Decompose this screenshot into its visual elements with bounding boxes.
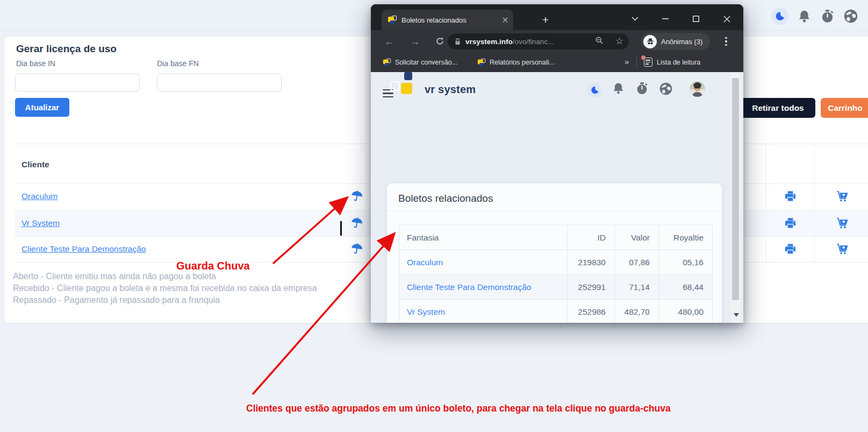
- print-icon[interactable]: [784, 243, 797, 256]
- incognito-label: Anônimas (3): [661, 38, 702, 46]
- boletos-card: Boletos relacionados Fantasia ID Valor R…: [387, 183, 722, 323]
- boletos-header-row: Fantasia ID Valor Royaltie: [399, 225, 713, 250]
- lock-icon: [454, 38, 461, 46]
- umbrella-icon[interactable]: [349, 189, 364, 203]
- tab-close-icon[interactable]: [503, 17, 508, 23]
- window-close-button[interactable]: [721, 13, 732, 24]
- bookmarks-bar: Solicitar conversão... Relatórios person…: [371, 53, 743, 72]
- brand-name: vr system: [425, 83, 476, 96]
- col-royaltie: Royaltie: [659, 225, 713, 250]
- client-link-vrsystem[interactable]: Vr System: [21, 218, 60, 228]
- window-chevron-icon[interactable]: [629, 13, 640, 24]
- license-section-title: Gerar licença de uso: [16, 43, 117, 55]
- col-id: ID: [568, 225, 615, 250]
- zoom-out-icon[interactable]: [595, 36, 604, 47]
- browser-menu-icon[interactable]: [722, 35, 730, 48]
- browser-titlebar: Boletos relacionados +: [371, 4, 743, 30]
- clients-column-header: Cliente: [21, 160, 49, 169]
- boletos-row[interactable]: Cliente Teste Para Demonstração 252991 7…: [399, 275, 713, 300]
- print-icon[interactable]: [784, 217, 797, 230]
- print-icon[interactable]: [784, 190, 797, 203]
- notifications-icon[interactable]: [797, 9, 812, 24]
- fantasia-link[interactable]: Oraculum: [399, 250, 568, 275]
- browser-toolbar: ← → vrsystem.info/ovo/financ... ☆ Anônim…: [371, 30, 743, 53]
- notifications-icon[interactable]: [612, 82, 625, 95]
- back-icon[interactable]: ←: [382, 34, 396, 48]
- address-bar[interactable]: vrsystem.info/ovo/financ... ☆: [448, 33, 629, 49]
- add-to-cart-icon[interactable]: [836, 243, 849, 256]
- col-fantasia: Fantasia: [399, 225, 568, 250]
- reading-list-icon[interactable]: [644, 58, 652, 67]
- dark-mode-toggle[interactable]: [587, 82, 602, 97]
- tab-title: Boletos relacionados: [401, 16, 503, 24]
- client-link-oraculum[interactable]: Oraculum: [21, 192, 58, 201]
- bookmark-star-icon[interactable]: ☆: [615, 37, 623, 46]
- legend-repassado: Repassado - Pagamento já repassado para …: [13, 295, 220, 305]
- retirar-todos-button[interactable]: Retirar todos: [741, 98, 815, 118]
- window-maximize-button[interactable]: [691, 13, 701, 24]
- browser-window: Boletos relacionados + ← → vrsystem.info…: [371, 4, 743, 323]
- carrinho-button[interactable]: Carrinho: [821, 98, 868, 118]
- atualizar-button[interactable]: Atualizar: [15, 98, 69, 117]
- vrsystem-favicon: [478, 59, 485, 66]
- browser-viewport: vr system Boletos relacionados Fantasia …: [371, 72, 743, 323]
- new-tab-button[interactable]: +: [539, 14, 553, 27]
- col-valor: Valor: [615, 225, 659, 250]
- boletos-table: Fantasia ID Valor Royaltie Oraculum 2198…: [399, 225, 713, 323]
- boletos-card-title: Boletos relacionados: [398, 193, 493, 204]
- scrollbar-thumb[interactable]: [732, 78, 739, 300]
- fantasia-link[interactable]: Vr System: [399, 300, 568, 323]
- vrsystem-favicon: [388, 16, 397, 24]
- legend-recebido: Recebido - Cliente pagou a boleta e a me…: [13, 284, 317, 293]
- bookmarks-overflow-icon[interactable]: »: [625, 57, 629, 66]
- client-link-cliente-teste[interactable]: Cliente Teste Para Demonstração: [21, 244, 146, 254]
- moon-icon: [774, 11, 785, 22]
- guarda-chuva-annotation: Guarda Chuva: [176, 260, 250, 272]
- scrollbar-down-arrow-icon[interactable]: [734, 313, 739, 317]
- bottom-note-annotation: Clientes que estão agrupados em um único…: [246, 403, 671, 414]
- vrsystem-favicon: [383, 59, 391, 66]
- dia-base-fn-input[interactable]: [157, 74, 282, 91]
- boletos-row[interactable]: Vr System 252986 482,70 480,00: [399, 300, 713, 323]
- add-to-cart-icon[interactable]: [836, 217, 849, 230]
- globe-icon[interactable]: [659, 82, 673, 96]
- add-to-cart-icon[interactable]: [836, 190, 849, 203]
- legend-aberto: Aberto - Cliente emitiu mas ainda não pa…: [13, 272, 216, 281]
- incognito-badge[interactable]: Anônimas (3): [641, 33, 710, 50]
- bookmark-item[interactable]: Solicitar conversão...: [383, 56, 457, 68]
- url-path: /ovo/financ...: [513, 38, 554, 46]
- dark-mode-toggle[interactable]: [771, 8, 788, 25]
- umbrella-icon[interactable]: [349, 242, 364, 256]
- reading-list-badge-dot: [641, 55, 645, 60]
- reading-list-button[interactable]: Lista de leitura: [657, 56, 700, 68]
- dia-base-in-label: Dia base IN: [16, 59, 55, 68]
- timer-icon[interactable]: [635, 82, 649, 95]
- reload-icon[interactable]: [433, 36, 447, 49]
- fantasia-link[interactable]: Cliente Teste Para Demonstração: [399, 275, 568, 300]
- forward-icon[interactable]: →: [408, 34, 422, 48]
- user-avatar[interactable]: [690, 81, 705, 99]
- globe-icon[interactable]: [843, 9, 858, 24]
- window-minimize-button[interactable]: [660, 13, 671, 24]
- text-cursor: [340, 221, 342, 236]
- dia-base-in-input[interactable]: [15, 74, 140, 91]
- url-domain: vrsystem.info: [465, 38, 513, 46]
- browser-tab[interactable]: Boletos relacionados: [382, 10, 513, 30]
- page-header-icons: [771, 8, 858, 25]
- dia-base-fn-label: Dia base FN: [157, 59, 199, 68]
- umbrella-icon[interactable]: [349, 216, 364, 230]
- timer-icon[interactable]: [820, 9, 835, 24]
- boletos-row[interactable]: Oraculum 219830 07,86 05,16: [399, 250, 713, 275]
- incognito-icon: [643, 35, 657, 48]
- bookmark-item[interactable]: Relatórios personali...: [477, 56, 555, 68]
